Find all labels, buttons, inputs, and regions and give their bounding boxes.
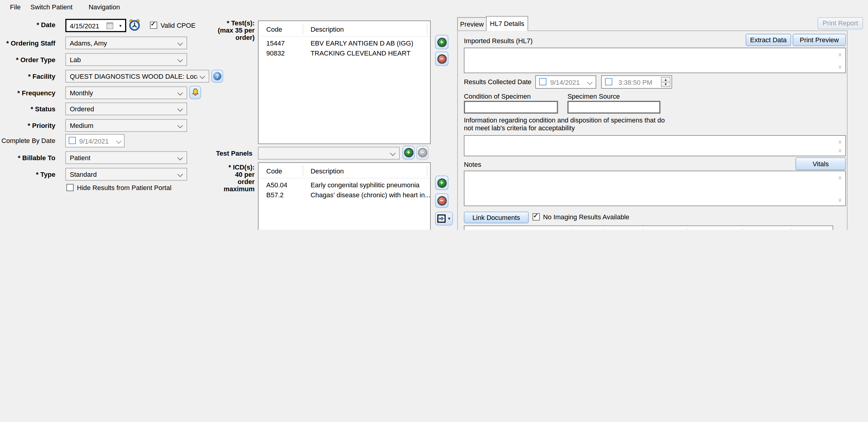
imported-results-textarea[interactable]: ∧ ∨	[464, 48, 846, 73]
complete-by-date-label: Complete By Date	[1, 137, 56, 145]
column-divider	[604, 228, 604, 230]
alarm-clock-icon[interactable]	[128, 19, 141, 33]
tab-hl7-details[interactable]: HL7 Details	[486, 16, 528, 31]
results-date-value: 9/14/2021	[550, 79, 580, 87]
type-select[interactable]: Standard	[65, 168, 187, 181]
tests-col-code[interactable]: Code	[266, 25, 282, 33]
type-label: * Type	[36, 171, 56, 178]
observations-table[interactable]: Observation Type Value ID Value Text Uni…	[464, 226, 833, 230]
frequency-reminder-button[interactable]	[189, 86, 201, 99]
tests-list[interactable]: Code Description 15447 EBV EARLY ANTIGEN…	[258, 21, 431, 144]
facility-select[interactable]: QUEST DIAGNOSTICS WOOD DALE: Local	[65, 70, 210, 82]
header-divider	[259, 36, 430, 36]
scroll-up-icon[interactable]: ∧	[838, 52, 842, 58]
results-collected-time-input[interactable]: 3:38:50 PM ▲ ▼	[601, 76, 672, 89]
send-icd-split-button[interactable]: ▼	[435, 212, 453, 226]
remove-icd-button[interactable]: −	[435, 193, 448, 208]
tab-preview[interactable]: Preview	[457, 17, 487, 30]
scroll-down-icon[interactable]: ∨	[838, 197, 842, 203]
priority-value: Medium	[70, 121, 93, 130]
tests-col-description[interactable]: Description	[310, 25, 344, 33]
billable-to-select[interactable]: Patient	[65, 151, 187, 164]
link-documents-label: Link Documents	[472, 214, 520, 221]
chevron-down-icon	[178, 57, 183, 62]
order-type-select[interactable]: Lab	[65, 53, 187, 66]
valid-cpoe-checkbox[interactable]: ✓	[150, 22, 157, 29]
add-icd-button[interactable]: +	[435, 175, 448, 190]
frequency-select[interactable]: Monthly	[65, 87, 187, 99]
tests-label-line3: order)	[218, 34, 255, 41]
date-dropdown-icon[interactable]: ▼	[119, 24, 122, 28]
tab-hl7-details-label: HL7 Details	[490, 20, 524, 28]
bell-icon	[191, 88, 199, 97]
column-divider	[303, 165, 304, 176]
menu-switch-patient[interactable]: Switch Patient	[30, 3, 73, 11]
time-spinner[interactable]: ▲ ▼	[661, 77, 670, 87]
spinner-up-icon[interactable]: ▲	[661, 78, 670, 82]
icds-label: * ICD(s): 40 per order maximum	[224, 164, 255, 193]
complete-by-date-checkbox[interactable]	[69, 137, 76, 144]
vitals-label: Vitals	[812, 160, 829, 168]
no-imaging-checkbox[interactable]: ✓	[532, 213, 540, 221]
hide-results-checkbox[interactable]	[66, 184, 73, 191]
facility-value: QUEST DIAGNOSTICS WOOD DALE: Local	[70, 73, 197, 80]
chevron-down-icon	[199, 73, 205, 79]
chevron-down-icon	[390, 150, 396, 156]
test-panels-select[interactable]	[258, 147, 400, 160]
link-documents-button[interactable]: Link Documents	[464, 212, 529, 224]
scroll-down-icon[interactable]: ∨	[838, 148, 842, 153]
specimen-info-textarea[interactable]: ∧ ∨	[464, 135, 846, 156]
lab-order-window: File Switch Patient Navigation * Date * …	[0, 0, 868, 230]
remove-test-panel-button: −	[416, 146, 428, 160]
menu-navigation[interactable]: Navigation	[89, 3, 120, 11]
date-input[interactable]: 4/15/2021 ▼	[65, 19, 126, 32]
tests-label: * Test(s): (max 35 per order)	[218, 20, 255, 41]
spinner-down-icon[interactable]: ▼	[661, 82, 670, 87]
chevron-down-icon	[178, 123, 183, 128]
scroll-down-icon[interactable]: ∨	[838, 64, 842, 70]
icds-label-line4: maximum	[224, 186, 255, 193]
remove-test-button[interactable]: −	[435, 52, 448, 66]
column-divider	[687, 228, 687, 230]
results-collected-date-input[interactable]: 9/14/2021	[535, 76, 596, 89]
valid-cpoe-label: Valid CPOE	[161, 22, 195, 30]
specimen-info-text-line2: not meet lab's criteria for acceptabilit…	[464, 124, 575, 132]
type-value: Standard	[70, 170, 96, 178]
chevron-down-icon	[178, 40, 183, 46]
facility-help-button[interactable]: ?	[212, 70, 223, 82]
icd-code: A50.04	[266, 181, 287, 189]
vitals-button[interactable]: Vitals	[795, 158, 846, 170]
date-value: 4/15/2021	[70, 22, 99, 30]
icds-col-code[interactable]: Code	[266, 167, 282, 175]
add-test-button[interactable]: +	[435, 35, 448, 50]
menu-file[interactable]: File	[10, 3, 21, 11]
chevron-down-icon	[587, 80, 592, 85]
calendar-icon[interactable]	[106, 22, 114, 32]
condition-of-specimen-input[interactable]	[464, 101, 558, 113]
icds-col-description[interactable]: Description	[310, 167, 344, 175]
scroll-up-icon[interactable]: ∧	[838, 139, 842, 144]
chevron-down-icon	[178, 90, 183, 95]
scroll-up-icon[interactable]: ∧	[838, 175, 842, 180]
extract-data-button[interactable]: Extract Data	[746, 34, 791, 46]
status-select[interactable]: Ordered	[65, 103, 187, 115]
specimen-source-input[interactable]	[567, 101, 661, 113]
status-value: Ordered	[70, 105, 94, 113]
icds-list[interactable]: Code Description A50.04 Early congenital…	[258, 162, 431, 230]
chevron-down-icon	[178, 155, 183, 160]
menu-bar: File Switch Patient Navigation	[0, 0, 868, 15]
plus-icon: +	[437, 37, 446, 47]
help-icon: ?	[213, 72, 221, 81]
results-date-checkbox[interactable]	[539, 78, 547, 85]
hide-results-label: Hide Results from Patient Portal	[77, 184, 172, 192]
ordering-staff-value: Adams, Amy	[70, 39, 107, 47]
priority-label: * Priority	[28, 122, 56, 130]
facility-label: * Facility	[28, 73, 56, 81]
print-preview-button[interactable]: Print Preview	[793, 34, 846, 46]
results-time-checkbox[interactable]	[605, 78, 613, 85]
ordering-staff-select[interactable]: Adams, Amy	[65, 36, 187, 49]
priority-select[interactable]: Medium	[65, 119, 187, 132]
add-test-panel-button[interactable]: +	[402, 146, 414, 160]
notes-textarea[interactable]: ∧ ∨	[464, 171, 846, 206]
complete-by-date-input[interactable]: 9/14/2021	[65, 134, 125, 147]
